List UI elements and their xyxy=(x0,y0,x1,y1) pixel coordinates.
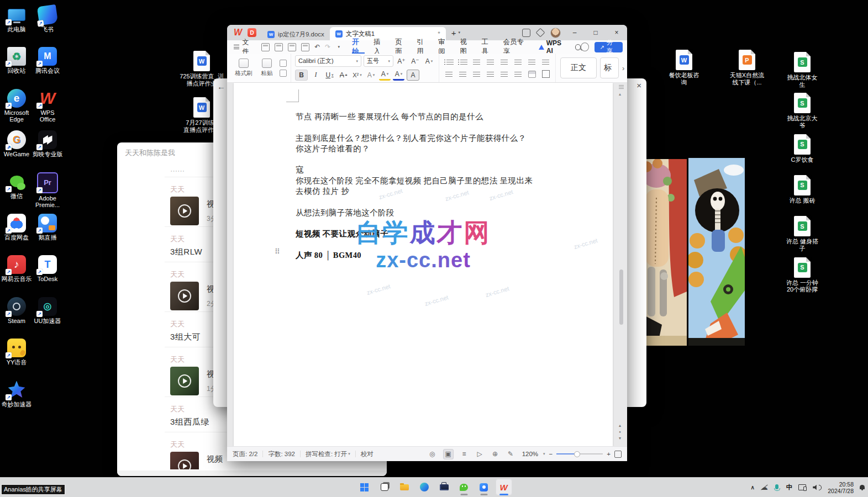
export-icon[interactable] xyxy=(288,43,296,51)
sort-button[interactable] xyxy=(526,57,538,67)
previous-page-icon[interactable]: ▴ xyxy=(619,423,621,428)
document-line[interactable]: 从想法到脑子落地这个阶段 xyxy=(296,208,597,218)
ribbon-tab-页面[interactable]: 页面 xyxy=(391,40,412,54)
document-line[interactable] xyxy=(296,197,597,207)
taskbar-tencent-meeting-icon[interactable] xyxy=(476,479,492,495)
ribbon-tab-视图[interactable]: 视图 xyxy=(455,40,477,54)
select-browse-object-icon[interactable]: ● xyxy=(619,430,621,433)
document-page[interactable]: 节点 再清晰一些 要展现什么 每个节点的目的是什么 主题到底是什么？想讲什么？别… xyxy=(234,83,613,446)
desktop-icon-wps-office[interactable]: W↗WPS Office xyxy=(32,89,63,130)
cut-icon[interactable] xyxy=(280,60,287,67)
highlight-color-button[interactable]: A▾ xyxy=(379,69,391,81)
document-line[interactable]: 去模仿 拉片 抄 xyxy=(296,186,597,197)
zoom-slider[interactable] xyxy=(556,453,603,454)
desktop-icon-this-pc[interactable]: ↗此电脑 xyxy=(1,6,32,47)
microphone-icon[interactable] xyxy=(774,484,780,491)
preview-icon[interactable] xyxy=(301,43,309,51)
style-gallery-more-icon[interactable]: › xyxy=(622,64,624,72)
document-line[interactable]: 人声 80 │ BGM40 xyxy=(296,250,597,261)
redo-icon[interactable]: ↷ xyxy=(325,43,330,51)
desktop-icon-yy-voice[interactable]: ↗YY语音 xyxy=(1,339,32,380)
document-line[interactable] xyxy=(296,240,597,250)
undo-icon[interactable]: ↶ xyxy=(314,43,320,51)
desktop-icon-adobe-premiere[interactable]: Pr↗Adobe Premie... xyxy=(32,172,63,214)
web-view-icon[interactable]: ⊕ xyxy=(491,450,500,459)
superscript-button[interactable]: X²▾ xyxy=(351,70,363,80)
zoom-level[interactable]: 120% xyxy=(522,451,538,457)
decrease-indent-button[interactable] xyxy=(471,57,482,67)
desktop-icon-netease-music[interactable]: ♪↗网易云音乐 xyxy=(1,255,32,297)
desktop-icon-jianying-pro[interactable]: ↗剪映专业版 xyxy=(32,130,63,172)
close-icon[interactable]: × xyxy=(636,81,641,90)
desktop-icon-wechat[interactable]: ↗微信 xyxy=(1,172,32,214)
character-border-button[interactable]: A xyxy=(407,70,419,81)
desktop-icon-todesk[interactable]: T↗ToDesk xyxy=(32,255,63,297)
align-left-button[interactable] xyxy=(443,69,455,79)
increase-indent-button[interactable] xyxy=(485,57,496,67)
cast-screen-icon[interactable] xyxy=(798,484,807,491)
edit-mode-icon[interactable]: ✎ xyxy=(506,450,515,459)
shading-button[interactable] xyxy=(526,69,538,79)
borders-button[interactable] xyxy=(540,69,551,79)
document-line[interactable]: 你现在这个阶段 完全不能拿短视频 把自己脑子里的想法 呈现出来 xyxy=(296,176,597,186)
desktop-icon-uu-booster[interactable]: ◎↗UU加速器 xyxy=(32,297,63,339)
desktop-icon-microsoft-edge[interactable]: e↗Microsoft Edge xyxy=(1,89,32,130)
desktop-file-sheet-fuwocheng[interactable]: S许总 一分钟 20个俯卧撑 xyxy=(776,257,829,293)
desktop-icon-baidu-netdisk[interactable]: ↗百度网盘 xyxy=(1,214,32,255)
save-icon[interactable] xyxy=(261,43,270,51)
desktop-icon-qimiao-booster[interactable]: ↗奇妙加速器 xyxy=(1,380,32,422)
new-tab-button[interactable]: + xyxy=(451,28,456,38)
shrink-font-button[interactable]: A⁻ xyxy=(409,56,421,66)
document-line[interactable]: 短视频 不要让观众动脑子 xyxy=(296,229,597,239)
copy-icon[interactable] xyxy=(280,70,287,77)
desktop-file-doc-canyin[interactable]: W餐饮老板咨 询 xyxy=(659,50,709,86)
taskbar-wechat-icon[interactable] xyxy=(456,479,472,495)
format-painter-button[interactable]: 格式刷 xyxy=(233,59,254,77)
video-thumbnail[interactable] xyxy=(170,452,199,469)
docer-icon[interactable]: D xyxy=(248,28,256,37)
wps-ai-icon[interactable] xyxy=(539,45,544,50)
desktop-icon-wegame[interactable]: G↗WeGame xyxy=(1,130,32,172)
print-icon[interactable] xyxy=(275,43,283,51)
back-icon[interactable]: ← xyxy=(217,82,225,91)
desktop-file-ppt-tianmao[interactable]: P天猫X自然流 线下课（... xyxy=(722,50,772,86)
quickbar-dropdown-icon[interactable]: ▾ xyxy=(338,45,340,49)
desktop-icon-steam[interactable]: ↗Steam xyxy=(1,297,32,339)
bold-button[interactable]: B xyxy=(295,70,308,81)
taskbar-edge-icon[interactable] xyxy=(416,479,433,495)
ribbon-tab-会员专享[interactable]: 会员专享 xyxy=(499,40,533,54)
font-name-select[interactable]: Calibri (正文)▾ xyxy=(295,55,361,67)
strikethrough-button[interactable]: A▾ xyxy=(338,70,349,80)
phonetic-guide-button[interactable]: A▾ xyxy=(365,70,377,80)
workspace-icon[interactable] xyxy=(536,28,545,38)
desktop-icon-recycle-bin[interactable]: ♻↗回收站 xyxy=(1,47,32,88)
close-button[interactable]: × xyxy=(609,29,624,36)
desktop-icon-goose-live[interactable]: ↗鹅直播 xyxy=(32,214,63,255)
taskbar-task-view-icon[interactable] xyxy=(376,479,393,495)
clock[interactable]: 20:58 2024/7/28 xyxy=(828,481,854,494)
ribbon-tab-工具[interactable]: 工具 xyxy=(477,40,499,54)
video-thumbnail[interactable] xyxy=(170,367,199,395)
ribbon-tab-开始[interactable]: 开始 xyxy=(348,40,369,54)
document-line[interactable]: 你这片子给谁看的？ xyxy=(296,144,597,154)
taskbar-start-icon[interactable] xyxy=(356,479,373,495)
desktop-file-sheet-jianshen[interactable]: S许总 健身搭 子 xyxy=(776,216,829,252)
minimize-button[interactable]: – xyxy=(567,29,582,36)
align-center-button[interactable] xyxy=(457,69,469,79)
paragraph-drag-handle-icon[interactable]: ⠿ xyxy=(275,247,280,256)
paste-button[interactable]: 粘贴 xyxy=(256,59,277,77)
align-right-button[interactable] xyxy=(471,69,482,79)
font-color-button[interactable]: A▾ xyxy=(393,69,404,81)
zoom-slider-knob[interactable] xyxy=(574,451,580,457)
outline-view-icon[interactable]: ≡ xyxy=(460,450,469,459)
taskbar-briefcase-app-icon[interactable] xyxy=(436,479,453,495)
vertical-scrollbar[interactable]: ▴ ▴ ● ▾ xyxy=(618,84,625,445)
share-button[interactable]: ↗ 分享 xyxy=(595,42,623,52)
document-line[interactable]: 主题到底是什么？想讲什么？别人看完你这个片子能获得什么？ xyxy=(296,133,597,144)
play-icon[interactable]: ▷ xyxy=(475,450,485,459)
document-line[interactable] xyxy=(296,154,597,165)
underline-button[interactable]: U▾ xyxy=(324,70,335,80)
taskbar-wps-icon[interactable]: W xyxy=(496,479,512,495)
tab-list-dropdown-icon[interactable]: ▾ xyxy=(459,30,461,35)
next-page-icon[interactable]: ▾ xyxy=(619,436,621,441)
